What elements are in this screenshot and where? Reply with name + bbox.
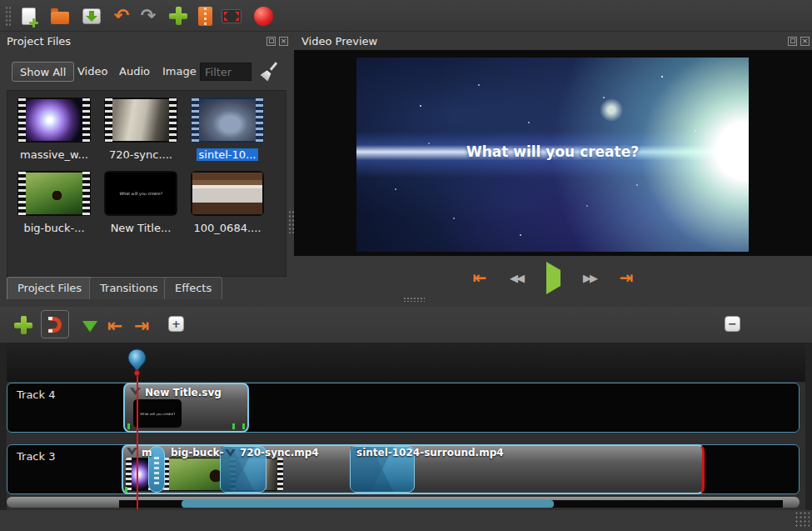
save-icon: [82, 8, 101, 24]
fullscreen-icon: [222, 9, 242, 23]
choose-profile-button[interactable]: [192, 3, 218, 29]
filter-show-all-button[interactable]: Show All: [12, 62, 74, 82]
project-files-window-buttons: ×: [267, 37, 288, 46]
clip-label-massive: m: [142, 447, 152, 458]
timeline-jump-start-button[interactable]: ⇤: [102, 312, 128, 338]
plus-icon: [169, 7, 187, 25]
fade-handle[interactable]: [127, 423, 130, 429]
file-item-720sync[interactable]: 720-sync....: [99, 98, 182, 161]
file-item-sintel-selected[interactable]: sintel-10...: [186, 98, 269, 161]
clip-new-title-svg[interactable]: New Title.svg What will you create?: [123, 383, 249, 433]
new-project-icon: [22, 8, 36, 25]
project-files-filter-bar: Show All Video Audio Image: [0, 62, 292, 83]
jump-to-end-button[interactable]: ⇥: [614, 268, 639, 288]
window-resize-grip[interactable]: [795, 511, 810, 528]
playhead-marker[interactable]: [127, 348, 147, 380]
tab-project-files[interactable]: Project Files: [7, 277, 92, 299]
video-preview-area: What will you create?: [294, 50, 812, 256]
file-item-bigbuck[interactable]: big-buck-...: [12, 171, 96, 234]
horizontal-scrollbar-handle[interactable]: [182, 500, 554, 508]
preview-window-buttons: ×: [788, 37, 810, 46]
openshot-window: ↶ ↷ Project Files × Show All Video Audio…: [0, 0, 812, 531]
rewind-button[interactable]: ◀◀: [504, 272, 529, 284]
float-panel-icon[interactable]: [267, 37, 276, 46]
playback-controls: ⇤ ◀◀ ▶▶ ⇥: [294, 260, 812, 295]
file-name: big-buck-...: [12, 222, 96, 234]
clip-label: New Title.svg: [145, 387, 222, 398]
filter-video-button[interactable]: Video: [77, 62, 107, 81]
filter-input[interactable]: [200, 63, 252, 81]
track-3-name: Track 3: [17, 450, 55, 463]
clip-label-720sync: 720-sync.mp4: [240, 447, 319, 458]
title-overlay-text: What will you create?: [356, 143, 749, 160]
timeline-toolbar: ⇤ ⇥ + − 20 seconds: [0, 307, 812, 343]
float-panel-icon[interactable]: [788, 37, 797, 46]
file-name: New Title...: [99, 222, 182, 234]
razor-tool-button[interactable]: [77, 313, 103, 339]
add-track-button[interactable]: [10, 312, 37, 338]
undo-button[interactable]: ↶: [108, 3, 135, 29]
close-panel-icon[interactable]: ×: [279, 37, 288, 46]
project-files-list: massive_w... 720-sync.... sintel-10... b…: [7, 90, 286, 277]
track-4-name: Track 4: [17, 388, 55, 401]
file-thumbnail: [104, 98, 177, 143]
dock-splitter-handle[interactable]: [403, 297, 425, 302]
tab-transitions[interactable]: Transitions: [89, 277, 169, 299]
filter-image-button[interactable]: Image: [162, 62, 197, 81]
export-video-button[interactable]: [250, 3, 276, 29]
playhead-balloon-icon: [127, 348, 147, 377]
zoom-out-button[interactable]: −: [725, 316, 740, 332]
fast-forward-button[interactable]: ▶▶: [577, 272, 602, 284]
new-project-button[interactable]: [15, 3, 42, 29]
jump-to-start-button[interactable]: ⇤: [467, 268, 492, 288]
fullscreen-button[interactable]: [218, 3, 245, 29]
razor-icon: [82, 321, 97, 332]
open-folder-icon: [51, 12, 69, 24]
panel-splitter-handle[interactable]: [288, 210, 294, 233]
snapping-toggle-button[interactable]: [41, 310, 69, 338]
toolbar-drag-handle[interactable]: [5, 6, 12, 26]
clip-thumbnail: What will you create?: [133, 399, 182, 428]
filmstrip-icon: [198, 7, 212, 26]
timeline-left-edge: [0, 343, 7, 510]
timeline-right-edge: [805, 343, 812, 510]
playhead-line[interactable]: [137, 369, 138, 509]
clip-label-bigbuck: big-buck-: [171, 447, 223, 458]
close-panel-icon[interactable]: ×: [800, 37, 810, 46]
clear-filter-broom-icon[interactable]: [260, 62, 276, 80]
clip-menu-chevron-icon[interactable]: [130, 388, 141, 395]
jump-start-icon: ⇤: [107, 315, 122, 336]
open-project-button[interactable]: [47, 3, 73, 29]
magnet-icon: [49, 317, 62, 333]
plus-icon: +: [172, 318, 181, 329]
clip-label-sintel: sintel-1024-surround.mp4: [356, 447, 504, 458]
file-name: 100_0684....: [186, 222, 269, 234]
timeline-ruler[interactable]: 00:00:31:15 00:00:40 00:01:00 00:01:20 0…: [0, 343, 812, 382]
save-project-button[interactable]: [78, 3, 105, 29]
file-name: sintel-10...: [186, 148, 269, 161]
plus-icon: [14, 316, 32, 334]
file-thumbnail: What will you create?: [104, 171, 177, 216]
fade-handle[interactable]: [125, 487, 127, 493]
file-thumbnail: [17, 98, 91, 143]
file-name: 720-sync....: [99, 148, 182, 161]
redo-button[interactable]: ↷: [135, 3, 162, 29]
file-thumbnail: [191, 171, 264, 216]
file-thumbnail: [191, 98, 264, 143]
filter-audio-button[interactable]: Audio: [119, 62, 150, 81]
center-on-playhead-button[interactable]: +: [168, 316, 184, 332]
file-item-newtitle[interactable]: What will you create? New Title...: [99, 171, 182, 234]
fade-handle[interactable]: [242, 423, 245, 429]
timeline-tracks-area: Track 4 New Title.svg What will you crea…: [0, 382, 812, 510]
undo-icon: ↶: [114, 7, 129, 25]
record-circle-icon: [254, 7, 273, 26]
file-item-massive[interactable]: massive_w...: [12, 98, 96, 161]
tab-effects[interactable]: Effects: [164, 277, 222, 299]
file-item-100-0684[interactable]: 100_0684....: [186, 171, 269, 234]
fade-handle[interactable]: [232, 423, 235, 429]
timeline-jump-end-button[interactable]: ⇥: [128, 312, 155, 338]
main-toolbar: ↶ ↷: [0, 0, 812, 32]
play-button[interactable]: [541, 270, 565, 286]
import-files-button[interactable]: [165, 3, 192, 29]
file-thumbnail: [17, 171, 91, 216]
